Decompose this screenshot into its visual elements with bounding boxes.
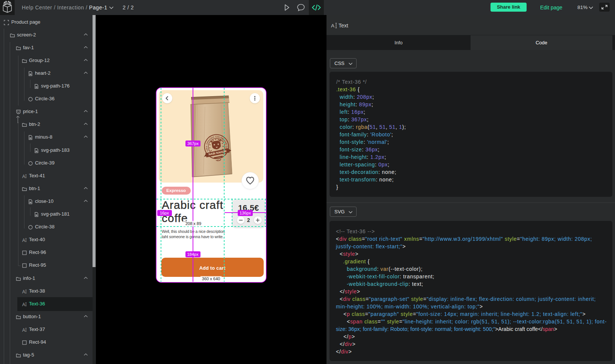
svg-text:A: A (22, 327, 25, 332)
svg-text:A: A (331, 23, 334, 29)
svg-text:A: A (22, 238, 25, 243)
svg-text:A: A (22, 289, 25, 294)
svg-text:A: A (22, 302, 25, 307)
svg-text:A: A (22, 174, 25, 179)
